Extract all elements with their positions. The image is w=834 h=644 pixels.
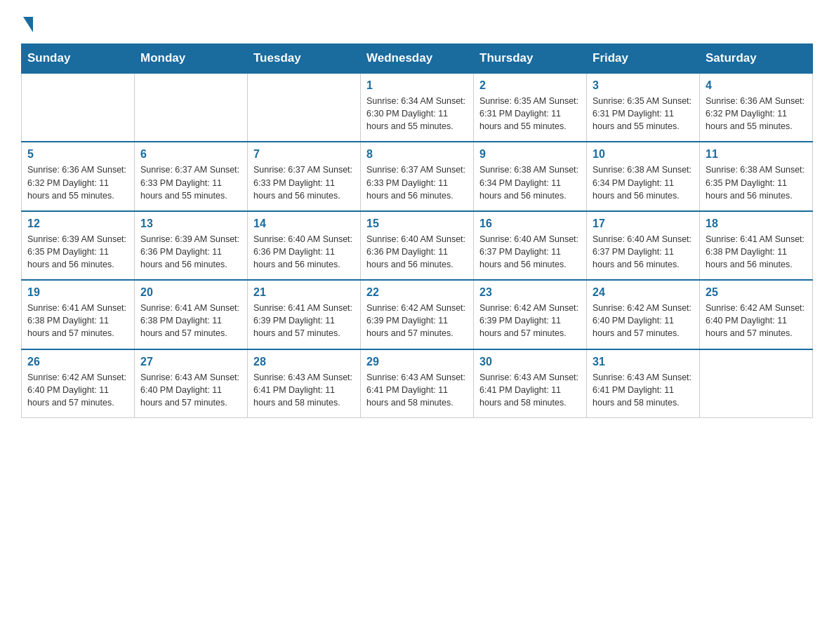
day-number: 17 [593, 217, 694, 230]
calendar-cell: 26Sunrise: 6:42 AM Sunset: 6:40 PM Dayli… [22, 349, 135, 418]
calendar-cell: 16Sunrise: 6:40 AM Sunset: 6:37 PM Dayli… [474, 211, 587, 280]
day-number: 20 [140, 286, 241, 299]
calendar-cell: 31Sunrise: 6:43 AM Sunset: 6:41 PM Dayli… [587, 349, 700, 418]
day-number: 2 [479, 79, 581, 92]
calendar-cell [700, 349, 813, 418]
day-info: Sunrise: 6:42 AM Sunset: 6:40 PM Dayligh… [706, 302, 807, 340]
calendar-cell: 1Sunrise: 6:34 AM Sunset: 6:30 PM Daylig… [361, 73, 474, 142]
day-info: Sunrise: 6:43 AM Sunset: 6:41 PM Dayligh… [366, 371, 468, 409]
day-number: 11 [706, 148, 807, 161]
day-number: 9 [479, 148, 581, 161]
week-row-2: 5Sunrise: 6:36 AM Sunset: 6:32 PM Daylig… [22, 142, 813, 210]
week-row-5: 26Sunrise: 6:42 AM Sunset: 6:40 PM Dayli… [22, 349, 813, 418]
day-number: 24 [593, 286, 694, 299]
calendar-cell: 5Sunrise: 6:36 AM Sunset: 6:32 PM Daylig… [22, 142, 135, 210]
day-number: 23 [479, 286, 581, 299]
day-info: Sunrise: 6:38 AM Sunset: 6:34 PM Dayligh… [593, 163, 694, 201]
column-header-monday: Monday [135, 44, 248, 74]
calendar-cell: 24Sunrise: 6:42 AM Sunset: 6:40 PM Dayli… [587, 280, 700, 349]
day-info: Sunrise: 6:40 AM Sunset: 6:37 PM Dayligh… [479, 233, 581, 271]
day-number: 12 [27, 217, 128, 230]
day-number: 29 [366, 356, 468, 368]
calendar-cell: 7Sunrise: 6:37 AM Sunset: 6:33 PM Daylig… [248, 142, 361, 210]
day-info: Sunrise: 6:41 AM Sunset: 6:38 PM Dayligh… [140, 302, 241, 340]
column-header-thursday: Thursday [474, 44, 587, 74]
day-info: Sunrise: 6:35 AM Sunset: 6:31 PM Dayligh… [479, 95, 581, 133]
column-header-friday: Friday [587, 44, 700, 74]
day-info: Sunrise: 6:36 AM Sunset: 6:32 PM Dayligh… [27, 163, 128, 201]
page-header [21, 14, 813, 29]
day-number: 1 [366, 79, 468, 92]
day-info: Sunrise: 6:35 AM Sunset: 6:31 PM Dayligh… [593, 95, 694, 133]
calendar-cell: 29Sunrise: 6:43 AM Sunset: 6:41 PM Dayli… [361, 349, 474, 418]
day-number: 28 [253, 356, 355, 368]
day-info: Sunrise: 6:37 AM Sunset: 6:33 PM Dayligh… [253, 163, 355, 201]
calendar-cell: 12Sunrise: 6:39 AM Sunset: 6:35 PM Dayli… [22, 211, 135, 280]
calendar-cell [135, 73, 248, 142]
day-number: 25 [706, 286, 807, 299]
week-row-3: 12Sunrise: 6:39 AM Sunset: 6:35 PM Dayli… [22, 211, 813, 280]
day-number: 16 [479, 217, 581, 230]
column-header-wednesday: Wednesday [361, 44, 474, 74]
day-info: Sunrise: 6:40 AM Sunset: 6:37 PM Dayligh… [593, 233, 694, 271]
calendar-cell: 9Sunrise: 6:38 AM Sunset: 6:34 PM Daylig… [474, 142, 587, 210]
calendar-cell: 6Sunrise: 6:37 AM Sunset: 6:33 PM Daylig… [135, 142, 248, 210]
calendar-cell: 27Sunrise: 6:43 AM Sunset: 6:40 PM Dayli… [135, 349, 248, 418]
calendar-cell: 14Sunrise: 6:40 AM Sunset: 6:36 PM Dayli… [248, 211, 361, 280]
day-info: Sunrise: 6:37 AM Sunset: 6:33 PM Dayligh… [140, 163, 241, 201]
column-header-saturday: Saturday [700, 44, 813, 74]
day-number: 14 [253, 217, 355, 230]
week-row-1: 1Sunrise: 6:34 AM Sunset: 6:30 PM Daylig… [22, 73, 813, 142]
calendar-cell: 22Sunrise: 6:42 AM Sunset: 6:39 PM Dayli… [361, 280, 474, 349]
day-info: Sunrise: 6:41 AM Sunset: 6:38 PM Dayligh… [706, 233, 807, 271]
logo [21, 14, 33, 29]
day-number: 3 [593, 79, 694, 92]
day-number: 8 [366, 148, 468, 161]
day-info: Sunrise: 6:42 AM Sunset: 6:39 PM Dayligh… [366, 302, 468, 340]
calendar-cell: 21Sunrise: 6:41 AM Sunset: 6:39 PM Dayli… [248, 280, 361, 349]
day-info: Sunrise: 6:42 AM Sunset: 6:40 PM Dayligh… [27, 371, 128, 409]
day-number: 27 [140, 356, 241, 368]
day-number: 30 [479, 356, 581, 368]
calendar-cell: 2Sunrise: 6:35 AM Sunset: 6:31 PM Daylig… [474, 73, 587, 142]
calendar-cell: 15Sunrise: 6:40 AM Sunset: 6:36 PM Dayli… [361, 211, 474, 280]
calendar-cell: 3Sunrise: 6:35 AM Sunset: 6:31 PM Daylig… [587, 73, 700, 142]
calendar-cell: 23Sunrise: 6:42 AM Sunset: 6:39 PM Dayli… [474, 280, 587, 349]
day-info: Sunrise: 6:43 AM Sunset: 6:41 PM Dayligh… [253, 371, 355, 409]
calendar-cell: 4Sunrise: 6:36 AM Sunset: 6:32 PM Daylig… [700, 73, 813, 142]
week-row-4: 19Sunrise: 6:41 AM Sunset: 6:38 PM Dayli… [22, 280, 813, 349]
day-number: 21 [253, 286, 355, 299]
day-info: Sunrise: 6:34 AM Sunset: 6:30 PM Dayligh… [366, 95, 468, 133]
day-info: Sunrise: 6:36 AM Sunset: 6:32 PM Dayligh… [706, 95, 807, 133]
calendar-cell: 17Sunrise: 6:40 AM Sunset: 6:37 PM Dayli… [587, 211, 700, 280]
day-info: Sunrise: 6:37 AM Sunset: 6:33 PM Dayligh… [366, 163, 468, 201]
column-header-sunday: Sunday [22, 44, 135, 74]
calendar-cell: 20Sunrise: 6:41 AM Sunset: 6:38 PM Dayli… [135, 280, 248, 349]
calendar-cell: 25Sunrise: 6:42 AM Sunset: 6:40 PM Dayli… [700, 280, 813, 349]
day-info: Sunrise: 6:39 AM Sunset: 6:36 PM Dayligh… [140, 233, 241, 271]
day-info: Sunrise: 6:41 AM Sunset: 6:38 PM Dayligh… [27, 302, 128, 340]
calendar-cell: 19Sunrise: 6:41 AM Sunset: 6:38 PM Dayli… [22, 280, 135, 349]
calendar-cell: 28Sunrise: 6:43 AM Sunset: 6:41 PM Dayli… [248, 349, 361, 418]
calendar-cell: 30Sunrise: 6:43 AM Sunset: 6:41 PM Dayli… [474, 349, 587, 418]
calendar-cell [22, 73, 135, 142]
day-info: Sunrise: 6:40 AM Sunset: 6:36 PM Dayligh… [366, 233, 468, 271]
day-number: 19 [27, 286, 128, 299]
day-info: Sunrise: 6:42 AM Sunset: 6:39 PM Dayligh… [479, 302, 581, 340]
day-number: 4 [706, 79, 807, 92]
day-info: Sunrise: 6:42 AM Sunset: 6:40 PM Dayligh… [593, 302, 694, 340]
day-info: Sunrise: 6:40 AM Sunset: 6:36 PM Dayligh… [253, 233, 355, 271]
day-number: 7 [253, 148, 355, 161]
day-number: 6 [140, 148, 241, 161]
column-header-tuesday: Tuesday [248, 44, 361, 74]
calendar-table: SundayMondayTuesdayWednesdayThursdayFrid… [21, 43, 813, 418]
day-info: Sunrise: 6:39 AM Sunset: 6:35 PM Dayligh… [27, 233, 128, 271]
calendar-cell [248, 73, 361, 142]
day-info: Sunrise: 6:43 AM Sunset: 6:40 PM Dayligh… [140, 371, 241, 409]
day-number: 31 [593, 356, 694, 368]
calendar-cell: 18Sunrise: 6:41 AM Sunset: 6:38 PM Dayli… [700, 211, 813, 280]
day-info: Sunrise: 6:38 AM Sunset: 6:34 PM Dayligh… [479, 163, 581, 201]
day-number: 22 [366, 286, 468, 299]
calendar-cell: 10Sunrise: 6:38 AM Sunset: 6:34 PM Dayli… [587, 142, 700, 210]
day-number: 15 [366, 217, 468, 230]
